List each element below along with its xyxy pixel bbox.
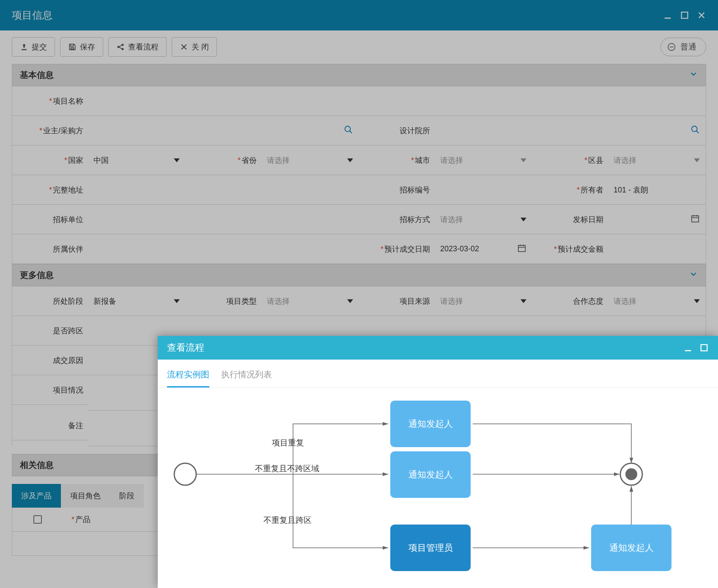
- search-icon[interactable]: [344, 125, 353, 136]
- flow-node-notify-2[interactable]: 通知发起人: [390, 451, 471, 498]
- label-project-name: 项目名称: [49, 96, 83, 106]
- label-design-inst: 设计院所: [400, 126, 430, 136]
- flow-node-notify-1[interactable]: 通知发起人: [390, 401, 471, 447]
- issue-date-field[interactable]: [608, 205, 706, 234]
- label-bid-no: 招标编号: [400, 185, 430, 195]
- label-owner: 所有者: [577, 185, 603, 195]
- start-node: [174, 463, 196, 485]
- label-city: 城市: [411, 155, 430, 165]
- save-button[interactable]: 保存: [60, 37, 103, 57]
- submit-button[interactable]: 提交: [12, 37, 55, 57]
- svg-rect-11: [685, 350, 691, 352]
- close-icon[interactable]: [697, 11, 706, 20]
- label-full-address: 完整地址: [49, 185, 83, 195]
- source-select[interactable]: 请选择: [435, 286, 532, 316]
- search-icon[interactable]: [691, 125, 700, 136]
- label-stage: 所处阶段: [53, 296, 83, 306]
- svg-point-8: [692, 126, 697, 132]
- label-project-type: 项目类型: [226, 296, 257, 306]
- tab-roles[interactable]: 项目角色: [61, 484, 110, 508]
- basic-form: 项目名称 业主/采购方 设计院所 国家 中国 省份 请选择 城市 请选择 区县 …: [12, 86, 706, 264]
- bid-no-field[interactable]: [435, 175, 532, 205]
- owner-buyer-field[interactable]: [88, 116, 359, 146]
- save-icon: [68, 43, 77, 51]
- partner-field[interactable]: [88, 234, 359, 264]
- calendar-icon[interactable]: [691, 214, 700, 225]
- attitude-select[interactable]: 请选择: [608, 286, 706, 316]
- col-product: 产品: [71, 514, 90, 525]
- district-select[interactable]: 请选择: [608, 146, 706, 175]
- process-window-title: 查看流程: [167, 341, 204, 354]
- process-titlebar: 查看流程: [158, 336, 718, 360]
- edge-label-no-dup-no-cross: 不重复且不跨区域: [255, 463, 319, 474]
- chevron-down-icon: [689, 269, 698, 281]
- titlebar: 项目信息: [0, 0, 718, 30]
- select-all-checkbox[interactable]: [33, 515, 42, 524]
- svg-rect-6: [669, 47, 673, 47]
- label-bid-unit: 招标单位: [53, 214, 83, 225]
- edge-label-no-dup-cross: 不重复且跨区: [263, 515, 312, 526]
- label-situation: 项目情况: [53, 385, 83, 395]
- design-inst-field[interactable]: [435, 116, 706, 146]
- label-est-deal-amount: 预计成交金额: [554, 244, 603, 254]
- full-address-field[interactable]: [88, 175, 359, 205]
- window-title: 项目信息: [12, 8, 52, 22]
- section-basic-header[interactable]: 基本信息: [12, 64, 706, 86]
- maximize-icon[interactable]: [699, 343, 709, 352]
- share-icon: [116, 43, 125, 51]
- label-cross-region: 是否跨区: [53, 326, 83, 336]
- flow-node-admin[interactable]: 项目管理员: [390, 525, 471, 571]
- bid-method-select[interactable]: 请选择: [435, 205, 532, 234]
- est-deal-amount-field[interactable]: [608, 234, 706, 264]
- stage-select[interactable]: 新报备: [88, 286, 186, 316]
- close-button[interactable]: 关 闭: [172, 37, 217, 57]
- label-owner-buyer: 业主/采购方: [39, 126, 83, 136]
- label-deal-reason: 成交原因: [53, 355, 83, 365]
- chevron-down-icon: [347, 158, 353, 162]
- label-issue-date: 发标日期: [573, 214, 603, 225]
- view-process-button[interactable]: 查看流程: [108, 37, 167, 57]
- label-attitude: 合作态度: [573, 296, 603, 306]
- country-select[interactable]: 中国: [88, 146, 186, 175]
- toolbar: 提交 保存 查看流程 关 闭 普通: [0, 30, 718, 64]
- project-name-field[interactable]: [88, 86, 706, 116]
- section-more-header[interactable]: 更多信息: [12, 264, 706, 286]
- upload-icon: [20, 43, 28, 51]
- minimize-icon[interactable]: [663, 11, 672, 20]
- maximize-icon[interactable]: [680, 11, 689, 20]
- minimize-icon[interactable]: [683, 343, 693, 352]
- process-tabs: 流程实例图 执行情况列表: [158, 360, 718, 388]
- city-select[interactable]: 请选择: [435, 146, 532, 175]
- tab-products[interactable]: 涉及产品: [12, 484, 61, 508]
- bid-unit-field[interactable]: [88, 205, 359, 234]
- label-country: 国家: [64, 155, 83, 165]
- province-select[interactable]: 请选择: [262, 146, 359, 175]
- calendar-icon[interactable]: [517, 243, 526, 255]
- tab-stages[interactable]: 阶段: [110, 484, 144, 508]
- chevron-down-icon: [521, 217, 526, 221]
- svg-rect-1: [682, 12, 688, 19]
- est-deal-date-field[interactable]: 2023-03-02: [435, 234, 532, 264]
- flow-diagram: 通知发起人 通知发起人 项目管理员 通知发起人 项目重复 不重复且不跨区域 不重…: [158, 388, 718, 588]
- priority-pill[interactable]: 普通: [660, 38, 706, 56]
- x-icon: [180, 43, 188, 51]
- chevron-down-icon: [689, 69, 698, 81]
- chevron-down-icon: [694, 158, 700, 162]
- owner-field[interactable]: 101 - 袁朗: [608, 175, 706, 205]
- label-remark: 备注: [68, 420, 83, 431]
- label-source: 项目来源: [400, 296, 430, 306]
- chevron-down-icon: [174, 158, 180, 162]
- label-partner: 所属伙伴: [53, 244, 83, 254]
- project-type-select[interactable]: 请选择: [262, 286, 359, 316]
- svg-point-7: [345, 126, 351, 132]
- flow-node-notify-3[interactable]: 通知发起人: [591, 525, 671, 571]
- label-district: 区县: [584, 155, 603, 165]
- svg-rect-10: [518, 245, 526, 252]
- svg-point-14: [625, 468, 637, 480]
- chevron-down-icon: [521, 299, 526, 303]
- tab-flow-diagram[interactable]: 流程实例图: [167, 369, 209, 387]
- tab-execution-list[interactable]: 执行情况列表: [221, 369, 272, 387]
- label-bid-method: 招标方式: [400, 214, 430, 225]
- chevron-down-icon: [521, 158, 526, 162]
- svg-rect-0: [665, 18, 671, 19]
